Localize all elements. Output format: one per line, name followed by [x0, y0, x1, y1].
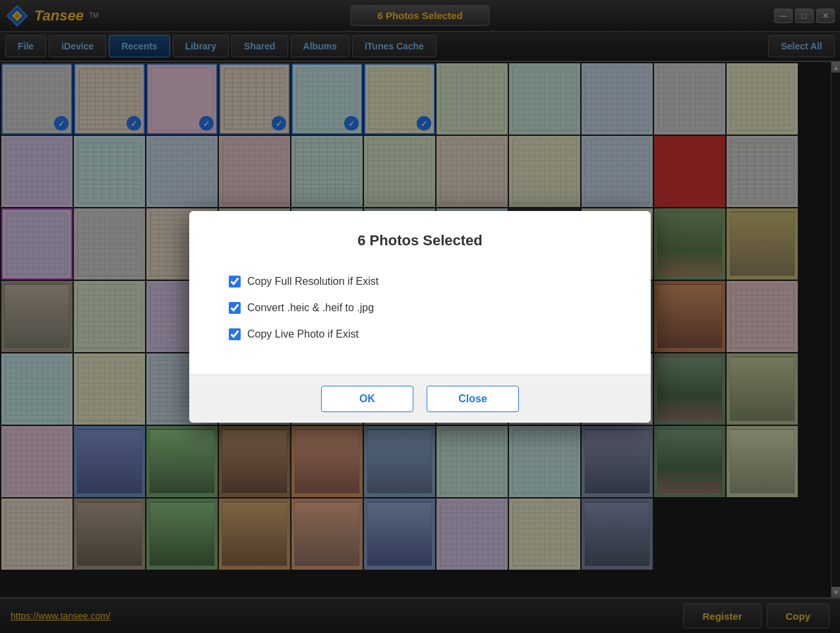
- modal-footer: OK Close: [189, 375, 651, 423]
- modal-dialog: 6 Photos Selected Copy Full Resolution i…: [189, 211, 651, 423]
- modal-option-1: Copy Full Resolution if Exist: [229, 276, 611, 287]
- copy-full-resolution-checkbox[interactable]: [229, 276, 241, 287]
- modal-title: 6 Photos Selected: [216, 232, 624, 249]
- modal-body: Copy Full Resolution if Exist Convert .h…: [189, 262, 651, 375]
- modal-ok-button[interactable]: OK: [321, 386, 413, 412]
- modal-header: 6 Photos Selected: [189, 211, 651, 262]
- copy-live-photo-checkbox[interactable]: [229, 328, 241, 340]
- convert-heic-label: Convert .heic & .heif to .jpg: [247, 302, 374, 314]
- modal-overlay: 6 Photos Selected Copy Full Resolution i…: [0, 0, 840, 633]
- convert-heic-checkbox[interactable]: [229, 302, 241, 314]
- modal-option-2: Convert .heic & .heif to .jpg: [229, 302, 611, 314]
- copy-live-photo-label: Copy Live Photo if Exist: [247, 328, 359, 340]
- copy-full-resolution-label: Copy Full Resolution if Exist: [247, 276, 378, 287]
- modal-close-button[interactable]: Close: [427, 386, 519, 412]
- modal-option-3: Copy Live Photo if Exist: [229, 328, 611, 340]
